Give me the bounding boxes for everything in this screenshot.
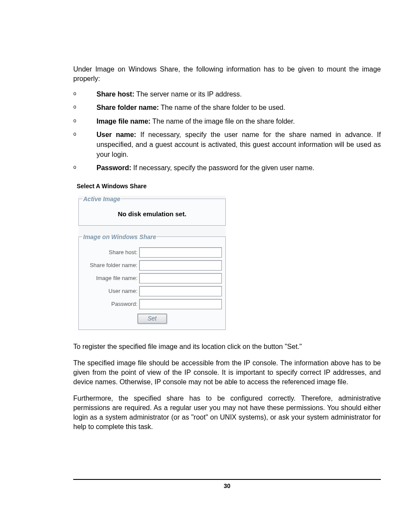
bullet-marker: o (73, 130, 97, 160)
intro-paragraph: Under Image on Windows Share, the follow… (73, 65, 381, 83)
figure-caption: Select A Windows Share (77, 183, 381, 190)
list-item: o Image file name: The name of the image… (73, 116, 381, 126)
document-page: Under Image on Windows Share, the follow… (0, 0, 411, 507)
bullet-label: Password: (97, 164, 131, 171)
list-item: o Share host: The server name or its IP … (73, 89, 381, 99)
bullet-text: Share folder name: The name of the share… (97, 103, 381, 112)
bullet-desc: If necessary, specify the user name for … (97, 131, 381, 158)
image-file-input[interactable] (139, 273, 222, 283)
form-row-image-file: Image file name: (82, 273, 222, 283)
bullet-label: Share folder name: (97, 104, 159, 111)
share-group-legend: Image on Windows Share (82, 233, 157, 240)
bullet-desc: The name of the share folder to be used. (159, 104, 285, 111)
image-file-label: Image file name: (82, 275, 139, 281)
bullet-desc: The name of the image file on the share … (150, 118, 295, 125)
password-label: Password: (82, 301, 139, 307)
form-row-share-host: Share host: (82, 247, 222, 258)
bullet-label: Image file name: (97, 118, 150, 125)
form-row-password: Password: (82, 299, 222, 309)
user-name-input[interactable] (139, 286, 222, 296)
bullet-marker: o (73, 116, 97, 126)
set-button[interactable]: Set (137, 314, 167, 324)
bullet-desc: If necessary, specify the password for t… (131, 164, 314, 171)
paragraph-permissions: Furthermore, the specified share has to … (73, 394, 381, 432)
bullet-label: Share host: (97, 90, 134, 98)
paragraph-register: To register the specified file image and… (73, 342, 381, 352)
list-item: o Share folder name: The name of the sha… (73, 103, 381, 112)
page-footer: 30 (73, 479, 381, 489)
bullet-text: User name: If necessary, specify the use… (97, 130, 381, 160)
bullet-text: Share host: The server name or its IP ad… (97, 89, 381, 99)
active-image-status: No disk emulation set. (82, 207, 222, 219)
bullet-text: Password: If necessary, specify the pass… (97, 163, 381, 173)
windows-share-form: Active Image No disk emulation set. Imag… (78, 196, 226, 330)
list-item: o User name: If necessary, specify the u… (73, 130, 381, 160)
form-row-user: User name: (82, 286, 222, 296)
set-button-row: Set (82, 314, 222, 324)
share-folder-label: Share folder name: (82, 262, 139, 268)
active-image-legend: Active Image (82, 196, 121, 202)
list-item: o Password: If necessary, specify the pa… (73, 163, 381, 173)
bullet-list: o Share host: The server name or its IP … (73, 89, 381, 173)
bullet-marker: o (73, 89, 97, 99)
image-on-windows-share-group: Image on Windows Share Share host: Share… (78, 233, 226, 330)
share-host-input[interactable] (139, 247, 222, 258)
user-name-label: User name: (82, 288, 139, 294)
bullet-label: User name: (97, 131, 136, 138)
bullet-desc: The server name or its IP address. (134, 90, 242, 98)
bullet-marker: o (73, 103, 97, 112)
page-number: 30 (224, 482, 230, 489)
paragraph-access: The specified image file should be acces… (73, 358, 381, 387)
form-row-folder: Share folder name: (82, 260, 222, 271)
share-folder-input[interactable] (139, 260, 222, 271)
active-image-group: Active Image No disk emulation set. (78, 196, 226, 226)
bullet-marker: o (73, 163, 97, 173)
password-input[interactable] (139, 299, 222, 309)
share-host-label: Share host: (82, 249, 139, 255)
bullet-text: Image file name: The name of the image f… (97, 116, 381, 126)
